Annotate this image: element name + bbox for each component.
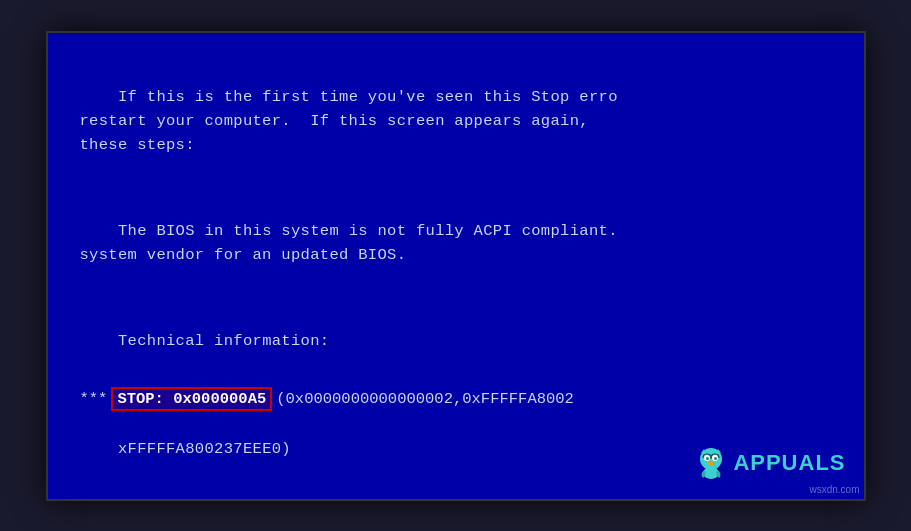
svg-point-3 <box>706 457 709 460</box>
bsod-bios-block: The BIOS in this system is not fully ACP… <box>80 195 832 291</box>
appuals-icon <box>693 445 729 481</box>
appuals-logo: APPUALS <box>693 445 845 481</box>
wsxdn-watermark: wsxdn.com <box>809 484 859 495</box>
bsod-screen: If this is the first time you've seen th… <box>46 31 866 501</box>
stop-args: (0x0000000000000002,0xFFFFFA8002 <box>276 390 574 408</box>
line2: restart your computer. If this screen ap… <box>80 112 589 130</box>
line1: If this is the first time you've seen th… <box>118 88 618 106</box>
gap1 <box>80 181 832 195</box>
bsod-first-block: If this is the first time you've seen th… <box>80 61 832 181</box>
svg-point-6 <box>708 461 714 465</box>
stop-code-line: *** STOP: 0x000000A5 (0x0000000000000002… <box>80 387 832 411</box>
line6: system vendor for an updated BIOS. <box>80 246 407 264</box>
svg-point-4 <box>714 457 717 460</box>
stop-code-highlighted: STOP: 0x000000A5 <box>111 387 272 411</box>
technical-info-label: Technical information: <box>80 305 832 377</box>
gap2 <box>80 291 832 305</box>
line5: The BIOS in this system is not fully ACP… <box>118 222 618 240</box>
stars-prefix: *** <box>80 390 108 408</box>
watermark-area: APPUALS <box>693 445 845 481</box>
gap3 <box>80 377 832 383</box>
appuals-brand-text: APPUALS <box>733 450 845 476</box>
line3: these steps: <box>80 136 195 154</box>
